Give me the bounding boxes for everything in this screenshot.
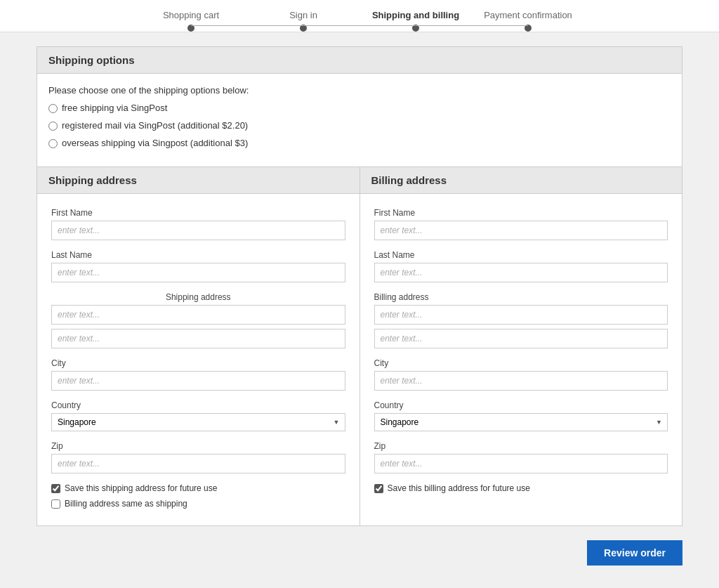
shipping-options-header: Shipping options xyxy=(37,47,682,74)
shipping-options-panel: Shipping options Please choose one of th… xyxy=(37,46,682,167)
save-shipping-checkbox[interactable] xyxy=(51,484,60,493)
billing-city-input[interactable] xyxy=(374,371,668,391)
progress-step-payment-label: Payment confirmation xyxy=(484,10,572,20)
shipping-radio-free[interactable] xyxy=(48,104,58,113)
review-order-button[interactable]: Review order xyxy=(587,540,682,566)
shipping-zip-label: Zip xyxy=(51,441,345,451)
address-panel: Shipping address Billing address First N… xyxy=(37,167,682,526)
billing-last-name-input[interactable] xyxy=(374,263,668,282)
shipping-country-select[interactable]: Singapore Malaysia Indonesia Thailand Vi… xyxy=(51,413,345,431)
shipping-options-body: Please choose one of the shipping option… xyxy=(37,74,682,166)
progress-step-shipping: Shipping and billing xyxy=(360,10,472,32)
shipping-option-overseas[interactable]: overseas shipping via Singpost (addition… xyxy=(48,138,671,148)
shipping-option-registered[interactable]: registered mail via SingPost (additional… xyxy=(48,120,671,131)
billing-country-label: Country xyxy=(374,400,668,410)
shipping-last-name-input[interactable] xyxy=(51,263,345,282)
shipping-zip-group: Zip xyxy=(51,441,345,473)
shipping-option-registered-label: registered mail via SingPost (additional… xyxy=(62,120,248,131)
progress-step-signin: Sign in xyxy=(247,10,360,32)
billing-zip-group: Zip xyxy=(374,441,668,473)
billing-address-label: Billing address xyxy=(374,292,668,302)
shipping-address-group: Shipping address xyxy=(51,292,345,348)
progress-step-shipping-label: Shipping and billing xyxy=(372,10,459,20)
billing-city-label: City xyxy=(374,358,668,368)
progress-step-cart-label: Shopping cart xyxy=(163,10,219,20)
shipping-address-col: First Name Last Name Shipping address Ci… xyxy=(37,194,360,525)
save-billing-label: Save this billing address for future use xyxy=(388,483,530,493)
billing-country-select[interactable]: Singapore Malaysia Indonesia Thailand Vi… xyxy=(374,413,668,431)
save-shipping-checkbox-row: Save this shipping address for future us… xyxy=(51,483,345,493)
save-billing-checkbox-row: Save this billing address for future use xyxy=(374,483,668,493)
shipping-radio-overseas[interactable] xyxy=(48,139,58,148)
progress-step-signin-label: Sign in xyxy=(289,10,317,20)
shipping-first-name-input[interactable] xyxy=(51,221,345,240)
billing-same-label: Billing address same as shipping xyxy=(65,499,187,509)
billing-city-group: City xyxy=(374,358,668,391)
shipping-city-input[interactable] xyxy=(51,371,345,391)
billing-zip-input[interactable] xyxy=(374,454,668,473)
shipping-address-col-header: Shipping address xyxy=(37,167,360,193)
billing-last-name-group: Last Name xyxy=(374,250,668,282)
billing-address-input2[interactable] xyxy=(374,329,668,348)
progress-bar: Shopping cart Sign in Shipping and billi… xyxy=(0,0,719,32)
shipping-first-name-group: First Name xyxy=(51,208,345,240)
shipping-radio-registered[interactable] xyxy=(48,122,58,131)
shipping-option-overseas-label: overseas shipping via Singpost (addition… xyxy=(62,138,248,148)
shipping-options-intro: Please choose one of the shipping option… xyxy=(48,85,671,96)
billing-zip-label: Zip xyxy=(374,441,668,451)
shipping-address-label: Shipping address xyxy=(51,292,345,302)
address-panel-header: Shipping address Billing address xyxy=(37,167,682,194)
main-content: Shipping options Please choose one of th… xyxy=(22,46,697,526)
billing-first-name-label: First Name xyxy=(374,208,668,218)
shipping-zip-input[interactable] xyxy=(51,454,345,473)
billing-same-checkbox[interactable] xyxy=(51,499,60,509)
shipping-country-select-wrapper: Singapore Malaysia Indonesia Thailand Vi… xyxy=(51,413,345,431)
billing-address-group: Billing address xyxy=(374,292,668,348)
billing-first-name-input[interactable] xyxy=(374,221,668,240)
progress-dot-payment xyxy=(525,25,532,32)
shipping-city-label: City xyxy=(51,358,345,368)
save-billing-checkbox[interactable] xyxy=(374,484,383,493)
shipping-country-label: Country xyxy=(51,400,345,410)
footer-bar: Review order xyxy=(22,540,697,566)
progress-step-cart: Shopping cart xyxy=(135,10,247,32)
billing-first-name-group: First Name xyxy=(374,208,668,240)
shipping-last-name-group: Last Name xyxy=(51,250,345,282)
progress-dot-signin xyxy=(300,25,307,32)
billing-country-group: Country Singapore Malaysia Indonesia Tha… xyxy=(374,400,668,431)
shipping-country-group: Country Singapore Malaysia Indonesia Tha… xyxy=(51,400,345,431)
billing-address-input1[interactable] xyxy=(374,305,668,325)
progress-step-payment: Payment confirmation xyxy=(472,10,584,32)
shipping-option-free[interactable]: free shipping via SingPost xyxy=(48,103,671,113)
billing-address-col: First Name Last Name Billing address Cit… xyxy=(360,194,682,525)
shipping-address-input1[interactable] xyxy=(51,305,345,325)
progress-dot-cart xyxy=(187,25,194,32)
shipping-address-input2[interactable] xyxy=(51,329,345,348)
shipping-first-name-label: First Name xyxy=(51,208,345,218)
address-body: First Name Last Name Shipping address Ci… xyxy=(37,194,682,525)
shipping-option-free-label: free shipping via SingPost xyxy=(62,103,167,113)
progress-dot-shipping xyxy=(412,25,419,32)
billing-country-select-wrapper: Singapore Malaysia Indonesia Thailand Vi… xyxy=(374,413,668,431)
billing-last-name-label: Last Name xyxy=(374,250,668,260)
shipping-last-name-label: Last Name xyxy=(51,250,345,260)
save-shipping-label: Save this shipping address for future us… xyxy=(65,483,217,493)
billing-same-checkbox-row: Billing address same as shipping xyxy=(51,499,345,509)
shipping-city-group: City xyxy=(51,358,345,391)
billing-address-col-header: Billing address xyxy=(360,167,682,193)
